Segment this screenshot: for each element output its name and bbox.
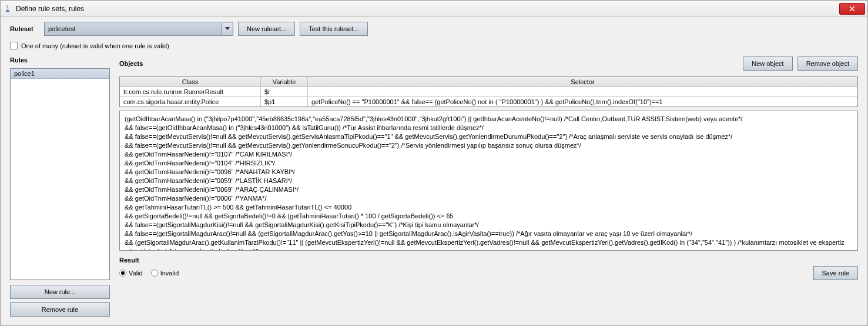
java-icon — [3, 4, 12, 14]
close-button[interactable] — [839, 3, 865, 15]
objects-header: Objects New object Remove object — [119, 54, 858, 73]
cell-class: tr.com.cs.rule.runner.RunnerResult — [120, 87, 261, 97]
result-label: Result — [119, 257, 139, 264]
ruleset-combo-value: policetest — [48, 25, 75, 32]
table-header-row: Class Variable Selector — [120, 77, 857, 87]
new-ruleset-button[interactable]: New ruleset... — [238, 22, 295, 36]
window-title: Define rule sets, rules — [16, 5, 839, 13]
invalid-label: Invalid — [160, 270, 179, 277]
one-of-many-row: One of many (ruleset is valid when one r… — [1, 41, 867, 54]
result-options-row: Valid Invalid Save rule — [119, 264, 858, 280]
col-variable[interactable]: Variable — [261, 77, 308, 87]
selector-detail-textarea[interactable]: (getOidIhbarAcanMasa() in ("3jhilpo7p410… — [119, 111, 858, 251]
new-rule-button[interactable]: New rule... — [10, 285, 110, 299]
rules-list-item[interactable]: police1 — [11, 69, 109, 79]
objects-panel: Objects New object Remove object Class V… — [119, 54, 858, 317]
rules-panel: Rules police1 New rule... Remove rule — [10, 54, 110, 317]
invalid-option[interactable]: Invalid — [151, 270, 179, 277]
invalid-radio[interactable] — [151, 270, 158, 277]
one-of-many-checkbox[interactable] — [10, 42, 18, 49]
result-radio-group: Valid Invalid — [119, 270, 179, 277]
table-row[interactable]: com.cs.sigorta.hasar.entity.Police $p1 g… — [120, 97, 857, 107]
remove-rule-button[interactable]: Remove rule — [10, 302, 110, 317]
valid-label: Valid — [129, 270, 143, 277]
cell-selector: getPoliceNo() == "P10000001" && false== … — [308, 97, 857, 107]
rules-label: Rules — [10, 54, 110, 66]
col-selector[interactable]: Selector — [308, 77, 857, 87]
titlebar: Define rule sets, rules — [1, 1, 867, 17]
rules-list[interactable]: police1 — [10, 68, 110, 280]
remove-object-button[interactable]: Remove object — [797, 56, 858, 71]
save-rule-button[interactable]: Save rule — [813, 266, 858, 280]
new-object-button[interactable]: New object — [743, 56, 792, 71]
cell-class: com.cs.sigorta.hasar.entity.Police — [120, 97, 261, 107]
main-area: Rules police1 New rule... Remove rule Ob… — [1, 54, 867, 321]
valid-radio[interactable] — [119, 270, 126, 277]
cell-selector — [308, 87, 857, 97]
test-ruleset-button[interactable]: Test this ruleset... — [300, 22, 368, 36]
chevron-down-icon — [222, 23, 232, 35]
objects-table: Class Variable Selector tr.com.cs.rule.r… — [119, 76, 858, 107]
window-root: Define rule sets, rules Ruleset policete… — [0, 0, 868, 326]
one-of-many-label: One of many (ruleset is valid when one r… — [21, 42, 169, 49]
cell-variable: $r — [261, 87, 308, 97]
result-row: Result — [119, 251, 858, 264]
objects-label: Objects — [119, 60, 738, 67]
valid-option[interactable]: Valid — [119, 270, 143, 277]
table-row[interactable]: tr.com.cs.rule.runner.RunnerResult $r — [120, 87, 857, 97]
rules-buttons: New rule... Remove rule — [10, 285, 110, 317]
ruleset-combo[interactable]: policetest — [44, 22, 233, 36]
ruleset-label: Ruleset — [10, 25, 39, 32]
col-class[interactable]: Class — [120, 77, 261, 87]
cell-variable: $p1 — [261, 97, 308, 107]
ruleset-toolbar: Ruleset policetest New ruleset... Test t… — [1, 17, 867, 41]
